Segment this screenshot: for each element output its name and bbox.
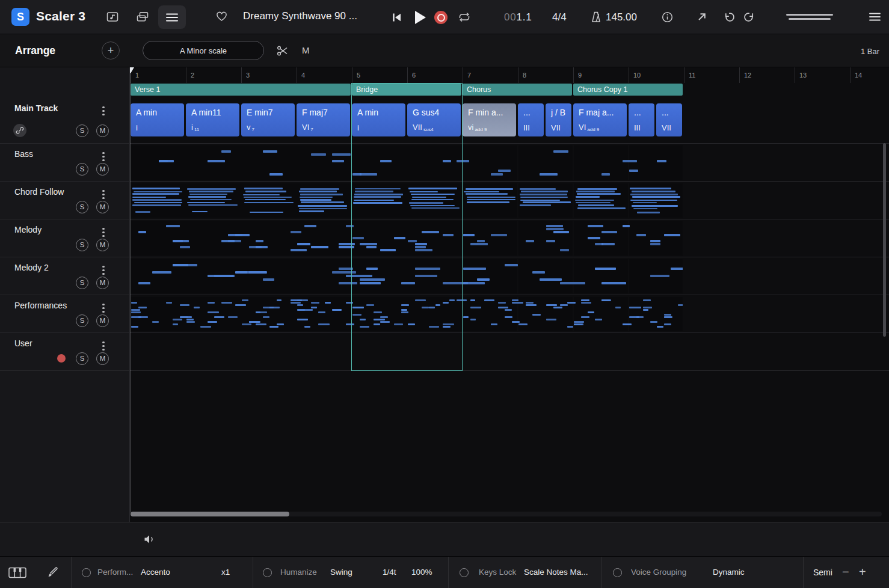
timeline-bar-8[interactable]: 8 bbox=[518, 67, 573, 83]
track-header-user[interactable]: UserSM bbox=[0, 333, 130, 371]
section-bridge[interactable]: Bridge bbox=[352, 84, 461, 96]
mute-button-melody-2[interactable]: M bbox=[96, 277, 109, 289]
clip-melody[interactable] bbox=[131, 221, 683, 256]
m-mode-label[interactable]: M bbox=[302, 45, 310, 55]
mute-button-chord-follow[interactable]: M bbox=[96, 201, 109, 213]
chord-block-11-[interactable]: ...III bbox=[629, 103, 654, 136]
humanize-value[interactable]: Swing bbox=[330, 568, 352, 577]
undo-icon[interactable] bbox=[723, 11, 735, 23]
vertical-scrollbar-thumb[interactable] bbox=[883, 143, 886, 337]
app-logo-icon[interactable]: S bbox=[11, 8, 29, 26]
track-menu-kebab-icon[interactable] bbox=[99, 150, 108, 162]
timeline-bar-13[interactable]: 13 bbox=[795, 67, 850, 83]
metronome-icon[interactable] bbox=[591, 11, 601, 23]
humanize-rate[interactable]: 1/4t bbox=[383, 568, 396, 577]
arrange-view-button[interactable] bbox=[158, 5, 186, 29]
scale-selector[interactable]: A Minor scale bbox=[143, 41, 264, 60]
solo-button-melody-2[interactable]: S bbox=[76, 277, 88, 289]
perform-value[interactable]: Accento bbox=[141, 568, 170, 577]
keys-lock-toggle[interactable] bbox=[460, 568, 469, 577]
chord-block-10-f-maj-a[interactable]: F maj a...VIadd 9 bbox=[573, 103, 627, 136]
track-header-chord-follow[interactable]: Chord FollowSM bbox=[0, 182, 130, 219]
link-icon[interactable] bbox=[13, 124, 26, 137]
skip-back-button[interactable] bbox=[392, 12, 402, 23]
timeline-bar-3[interactable]: 3 bbox=[241, 67, 297, 83]
solo-button-main-track[interactable]: S bbox=[76, 124, 88, 137]
clip-performances[interactable] bbox=[131, 297, 683, 331]
loop-icon[interactable] bbox=[458, 12, 471, 22]
clip-melody-2[interactable] bbox=[131, 259, 683, 293]
timeline-bar-11[interactable]: 11 bbox=[684, 67, 739, 83]
perform-multiplier[interactable]: x1 bbox=[221, 568, 230, 577]
tempo-value[interactable]: 145.00 bbox=[606, 11, 637, 23]
record-armed-indicator[interactable] bbox=[57, 354, 66, 363]
layers-icon[interactable] bbox=[137, 11, 149, 22]
track-header-melody-2[interactable]: Melody 2SM bbox=[0, 257, 130, 295]
track-header-main-track[interactable]: Main TrackSM bbox=[0, 96, 130, 144]
timeline-bar-9[interactable]: 9 bbox=[573, 67, 629, 83]
info-icon[interactable] bbox=[662, 11, 673, 23]
share-icon[interactable] bbox=[697, 11, 707, 22]
track-menu-kebab-icon[interactable] bbox=[99, 104, 108, 116]
track-header-bass[interactable]: BassSM bbox=[0, 144, 130, 182]
mute-button-user[interactable]: M bbox=[96, 352, 109, 365]
piano-keyboard-icon[interactable] bbox=[8, 567, 26, 578]
track-header-melody[interactable]: MelodySM bbox=[0, 219, 130, 257]
menu-icon[interactable] bbox=[869, 12, 881, 22]
favorite-heart-icon[interactable] bbox=[216, 11, 227, 22]
voice-grouping-toggle[interactable] bbox=[613, 568, 622, 577]
record-button[interactable] bbox=[434, 11, 448, 24]
mute-button-performances[interactable]: M bbox=[96, 314, 109, 327]
solo-button-melody[interactable]: S bbox=[76, 239, 88, 251]
voice-grouping-value[interactable]: Dynamic bbox=[713, 568, 745, 577]
timeline-bar-10[interactable]: 10 bbox=[629, 67, 684, 83]
mute-button-melody[interactable]: M bbox=[96, 239, 109, 251]
semi-minus-button[interactable]: − bbox=[842, 565, 849, 579]
timeline-bar-2[interactable]: 2 bbox=[186, 67, 241, 83]
playhead-marker[interactable] bbox=[130, 67, 134, 73]
track-menu-kebab-icon[interactable] bbox=[99, 339, 108, 351]
solo-button-user[interactable]: S bbox=[76, 352, 88, 365]
track-menu-kebab-icon[interactable] bbox=[99, 225, 108, 237]
time-signature[interactable]: 4/4 bbox=[552, 11, 567, 23]
add-section-button[interactable]: + bbox=[102, 41, 120, 60]
solo-button-bass[interactable]: S bbox=[76, 163, 88, 176]
timeline-bar-6[interactable]: 6 bbox=[407, 67, 463, 83]
scissors-icon[interactable] bbox=[277, 45, 289, 57]
section-chorus-copy-1[interactable]: Chorus Copy 1 bbox=[573, 84, 683, 96]
play-button[interactable] bbox=[415, 11, 426, 24]
mute-button-bass[interactable]: M bbox=[96, 163, 109, 176]
timeline-bar-7[interactable]: 7 bbox=[463, 67, 518, 83]
section-chorus[interactable]: Chorus bbox=[463, 84, 572, 96]
project-browser-icon[interactable] bbox=[106, 11, 118, 22]
semi-plus-button[interactable]: + bbox=[859, 565, 866, 579]
perform-toggle[interactable] bbox=[82, 568, 91, 577]
track-menu-kebab-icon[interactable] bbox=[99, 188, 108, 200]
timeline-bar-14[interactable]: 14 bbox=[850, 67, 889, 83]
chord-block-2-a-min11[interactable]: A min11i11 bbox=[186, 103, 239, 136]
brush-icon[interactable] bbox=[47, 566, 60, 579]
master-volume-slider[interactable] bbox=[786, 14, 833, 16]
section-verse-1[interactable]: Verse 1 bbox=[131, 84, 351, 96]
song-title[interactable]: Dreamy Synthwave 90 ... bbox=[243, 10, 357, 22]
track-menu-kebab-icon[interactable] bbox=[99, 301, 108, 313]
timeline-bar-1[interactable]: 1 bbox=[131, 67, 186, 83]
chord-block-7-f-min-a[interactable]: F min a...viadd 9 bbox=[463, 103, 516, 136]
chord-block-4-f-maj7[interactable]: F maj7VI7 bbox=[297, 103, 350, 136]
solo-button-performances[interactable]: S bbox=[76, 314, 88, 327]
timeline-bar-12[interactable]: 12 bbox=[739, 67, 795, 83]
solo-button-chord-follow[interactable]: S bbox=[76, 201, 88, 213]
mute-button-main-track[interactable]: M bbox=[96, 124, 109, 137]
chord-block-6-g-sus4[interactable]: G sus4VIIsus4 bbox=[407, 103, 461, 136]
timeline-bar-4[interactable]: 4 bbox=[297, 67, 352, 83]
keys-lock-value[interactable]: Scale Notes Ma... bbox=[524, 568, 588, 577]
humanize-toggle[interactable] bbox=[263, 568, 272, 577]
clip-chord-follow[interactable] bbox=[131, 183, 683, 218]
track-menu-kebab-icon[interactable] bbox=[99, 263, 108, 275]
horizontal-scrollbar-thumb[interactable] bbox=[131, 512, 289, 516]
timeline-bar-5[interactable]: 5 bbox=[352, 67, 407, 83]
playhead-position[interactable]: 001.1 bbox=[504, 11, 532, 23]
redo-icon[interactable] bbox=[743, 11, 755, 23]
track-header-performances[interactable]: PerformancesSM bbox=[0, 295, 130, 333]
clip-bass[interactable] bbox=[131, 145, 683, 180]
